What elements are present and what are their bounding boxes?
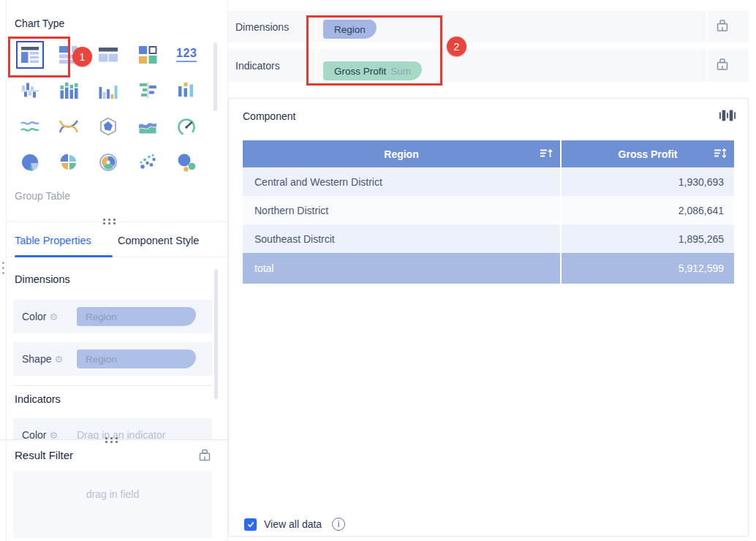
scatter-icon xyxy=(138,153,157,172)
chart-type-pie[interactable] xyxy=(10,144,50,180)
resize-handle-top[interactable] xyxy=(100,218,118,225)
column-header-label: Region xyxy=(384,148,418,160)
column-header-gross-profit[interactable]: Gross Profit xyxy=(562,140,734,167)
panel-collapse-handle[interactable] xyxy=(1,262,5,274)
dimension-shape-chip[interactable]: Region xyxy=(77,349,196,368)
chart-type-heading: Chart Type xyxy=(15,18,64,29)
result-table: Region Gross Profit Cen xyxy=(243,140,734,284)
chart-type-multi-pie[interactable] xyxy=(50,144,89,180)
chart-type-column[interactable] xyxy=(88,72,128,108)
result-filter-heading: Result Filter xyxy=(15,449,73,461)
section-divider xyxy=(13,385,212,386)
component-title: Component xyxy=(243,110,295,122)
filter-icon[interactable] xyxy=(715,18,730,35)
chart-type-stacked-column[interactable] xyxy=(50,72,89,108)
stacked-column-icon xyxy=(59,81,78,100)
region-cell: Northern District xyxy=(243,196,560,224)
chart-grid-scrollbar[interactable] xyxy=(213,42,217,111)
gear-icon[interactable]: ⚙ xyxy=(54,354,63,365)
filter-icon[interactable] xyxy=(715,57,730,74)
chart-type-area[interactable] xyxy=(128,108,167,144)
result-filter-placeholder: drag in field xyxy=(86,488,139,500)
gantt-icon xyxy=(177,81,196,100)
gross-profit-indicator-chip[interactable]: Gross Profit Sum xyxy=(323,61,422,80)
dimension-shape-dropzone[interactable]: Shape ⚙ Region xyxy=(13,342,212,376)
chart-type-gantt[interactable] xyxy=(167,72,206,108)
indicators-shelf[interactable]: Indicators Gross Profit Sum xyxy=(228,49,749,82)
color-field-label: Color xyxy=(22,429,46,439)
radar-icon xyxy=(99,117,118,136)
chart-settings-icon[interactable] xyxy=(719,108,736,125)
region-cell: Central and Western District xyxy=(243,167,560,196)
tab-table-properties[interactable]: Table Properties xyxy=(15,235,91,246)
chart-type-radar[interactable] xyxy=(88,108,128,144)
annotation-badge-1: 1 xyxy=(72,47,92,67)
rose-chart-icon xyxy=(99,153,118,172)
chart-type-scatter[interactable] xyxy=(128,144,167,180)
dimensions-section-heading: Dimensions xyxy=(15,273,70,285)
total-label-cell: total xyxy=(243,253,560,284)
gear-icon[interactable]: ⚙ xyxy=(49,430,58,440)
table-total-row: total 5,912,599 xyxy=(243,253,734,284)
chart-type-grid: 123 xyxy=(10,37,206,180)
tab-component-style[interactable]: Component Style xyxy=(118,235,199,246)
column-header-label: Gross Profit xyxy=(619,148,678,160)
chart-type-rose[interactable] xyxy=(88,144,128,180)
value-cell: 2,086,641 xyxy=(562,196,734,224)
chart-type-kpi-number[interactable]: 123 xyxy=(167,37,206,72)
indicators-shelf-label: Indicators xyxy=(235,60,280,72)
chart-type-bidirectional-bar[interactable] xyxy=(128,72,167,108)
chart-type-combo-bar[interactable] xyxy=(10,72,50,108)
pie-icon xyxy=(20,153,39,172)
line-chart-icon xyxy=(59,117,78,136)
sort-both-icon[interactable] xyxy=(714,148,727,161)
aggregation-label[interactable]: Sum xyxy=(390,66,411,77)
chart-type-line[interactable] xyxy=(50,108,89,144)
shelf-divider xyxy=(706,11,708,42)
indicator-chip-name: Gross Profit xyxy=(334,66,386,77)
chart-type-group-table[interactable] xyxy=(10,37,50,72)
chart-type-wave-line[interactable] xyxy=(10,108,50,144)
value-cell: 1,930,693 xyxy=(562,167,734,196)
selected-chart-name: Group Table xyxy=(15,190,70,202)
dimensions-shelf-label: Dimensions xyxy=(235,21,289,33)
chart-type-quadrant[interactable] xyxy=(128,37,167,72)
indicators-section-heading: Indicators xyxy=(15,393,61,405)
region-dimension-chip[interactable]: Region xyxy=(323,20,377,39)
shape-field-label: Shape xyxy=(22,353,51,365)
group-table-icon xyxy=(20,45,39,64)
resize-handle-bottom[interactable] xyxy=(102,436,121,444)
dimensions-shelf[interactable]: Dimensions Region xyxy=(228,11,749,42)
dimension-color-chip[interactable]: Region xyxy=(77,307,196,326)
sort-ascending-icon[interactable] xyxy=(540,148,553,161)
result-filter-dropzone[interactable]: drag in field xyxy=(13,471,212,538)
bubble-chart-icon xyxy=(177,153,196,172)
filter-icon[interactable] xyxy=(197,448,212,465)
column-header-region[interactable]: Region xyxy=(243,140,560,167)
shelf-divider xyxy=(706,49,708,82)
sidebar-scrollbar[interactable] xyxy=(214,269,218,399)
table-row: Central and Western District 1,930,693 xyxy=(243,167,734,196)
shelf-divider xyxy=(315,11,317,42)
gear-icon[interactable]: ⚙ xyxy=(49,311,58,322)
chart-type-cross-table[interactable] xyxy=(88,37,128,72)
info-icon[interactable]: i xyxy=(332,518,345,531)
dimension-color-dropzone[interactable]: Color ⚙ Region xyxy=(13,300,212,333)
bi-chart-editor: Chart Type xyxy=(0,0,756,541)
gauge-icon xyxy=(177,117,196,136)
view-all-data-label: View all data xyxy=(264,518,322,530)
indicator-drop-placeholder: Drag in an indicator xyxy=(77,418,165,439)
chart-type-gauge[interactable] xyxy=(167,108,206,144)
annotation-badge-2: 2 xyxy=(447,37,466,56)
view-all-data-checkbox[interactable] xyxy=(244,518,257,531)
active-tab-underline xyxy=(15,255,113,257)
cross-table-icon xyxy=(99,45,118,64)
table-header-row: Region Gross Profit xyxy=(243,140,734,167)
kpi-number-icon: 123 xyxy=(176,48,197,62)
shelf-divider xyxy=(315,49,317,82)
bidirectional-bar-icon xyxy=(138,81,157,100)
multi-pie-icon xyxy=(59,153,78,172)
chart-type-bubble[interactable] xyxy=(167,144,206,180)
table-row: Southeast Distrcit 1,895,265 xyxy=(243,224,734,253)
quadrant-icon xyxy=(138,45,157,64)
